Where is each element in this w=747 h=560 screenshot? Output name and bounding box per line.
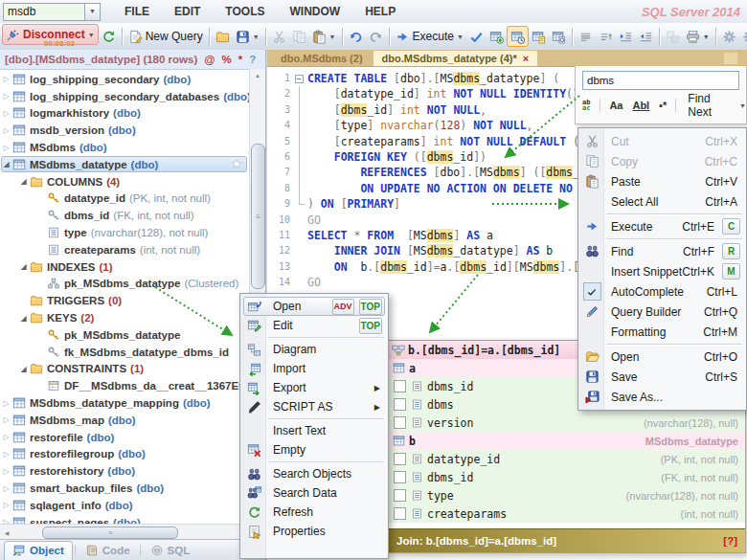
tree-item-dbms-id[interactable]: dbms_id(FK, int, not null): [0, 207, 251, 224]
editor-menu-item-copy[interactable]: CopyCtrl+C: [579, 151, 745, 171]
tree-item-msdbms-datatype-mapping[interactable]: ▷MSdbms_datatype_mapping(dbo): [0, 394, 251, 412]
join-row-dbms-id[interactable]: dbms_id(FK, int, not null): [389, 468, 745, 486]
join-row-datatype-id[interactable]: datatype_id(PK, int, not null): [389, 450, 745, 468]
toolbar-button-listlines[interactable]: [576, 27, 596, 46]
menu-file[interactable]: FILE: [112, 0, 162, 23]
editor-menu-item-execute[interactable]: ExecuteCtrl+EC: [579, 216, 745, 236]
expander-icon[interactable]: ▷: [0, 399, 12, 408]
tree-item-log-shipping-secondary[interactable]: ▷log_shipping_secondary(dbo): [0, 71, 251, 88]
toolbar-button-gear[interactable]: [719, 27, 739, 46]
tree-item-restorefile[interactable]: ▷restorefile(dbo): [0, 429, 251, 446]
panel-tab-code[interactable]: Code: [78, 543, 138, 558]
menu-window[interactable]: WINDOW: [277, 0, 352, 23]
expander-icon[interactable]: ▷: [0, 144, 12, 152]
toolbar-button-paste[interactable]: ▼: [309, 27, 339, 46]
toolbar-button-merge[interactable]: [663, 27, 683, 46]
database-selector[interactable]: msdb ▼: [3, 3, 101, 21]
expander-icon[interactable]: ▷: [0, 484, 12, 493]
toolbar-button-gear[interactable]: [739, 27, 747, 46]
scroll-left-icon[interactable]: ◀: [0, 529, 13, 536]
checkbox[interactable]: [394, 398, 406, 411]
toolbar-button-gridclock[interactable]: [507, 26, 529, 47]
tree-item-datatype-id[interactable]: datatype_id(PK, int, not null): [0, 190, 251, 208]
tree-item-createparams[interactable]: createparams(int, not null): [0, 241, 251, 258]
incremental-search-icon[interactable]: ab ac: [582, 100, 590, 111]
checkbox[interactable]: [394, 380, 406, 392]
expander-icon[interactable]: ▷: [0, 450, 12, 459]
expander-icon[interactable]: ▷: [0, 109, 12, 118]
toolbar-button-save[interactable]: ▼: [233, 27, 262, 46]
regex-button[interactable]: ▪*: [659, 100, 667, 111]
close-icon[interactable]: ×: [523, 51, 529, 66]
tree-item-restorehistory[interactable]: ▷restorehistory(dbo): [0, 462, 251, 480]
menu-edit[interactable]: EDIT: [162, 0, 213, 23]
editor-menu-item-autocomplete[interactable]: AutoCompleteCtrl+L: [579, 281, 745, 302]
tree-item-smart-backup-files[interactable]: ▷smart_backup_files(dbo): [0, 480, 251, 497]
header-symbol-3[interactable]: ?: [249, 54, 256, 65]
join-row-version[interactable]: version(nvarchar(128), null): [389, 414, 745, 432]
editor-menu-item-query-builder[interactable]: Query BuilderCtrl+Q: [579, 302, 745, 322]
editor-tab-dbo-msdbms-datatype-4[interactable]: dbo.MSdbms_datatype (4)*×: [374, 51, 538, 66]
join-row-createparams[interactable]: createparams(int, not null): [389, 504, 745, 523]
toolbar-button-redo[interactable]: [366, 27, 386, 46]
editor-menu-item-find[interactable]: FindCtrl+FR: [579, 241, 745, 261]
checkbox[interactable]: [394, 489, 406, 502]
editor-menu-item-cut[interactable]: CutCtrl+X: [579, 131, 745, 151]
chevron-down-icon[interactable]: ▼: [457, 34, 464, 40]
toolbar-button-listup[interactable]: [596, 27, 616, 46]
toolbar-button-execute[interactable]: Execute▼: [393, 27, 466, 46]
search-input[interactable]: dbms: [582, 71, 739, 90]
editor-menu-item-save-as[interactable]: Save As...: [579, 387, 745, 407]
expander-icon[interactable]: ▷: [0, 92, 12, 101]
chevron-down-icon[interactable]: ▼: [88, 32, 95, 38]
match-case-button[interactable]: Aa: [609, 100, 622, 111]
scroll-up-icon[interactable]: ▲: [250, 69, 265, 82]
scrollbar-thumb[interactable]: ≡: [251, 144, 265, 289]
tree-item-indexes[interactable]: ◢INDEXES(1): [0, 258, 251, 276]
tree-item-msdbms-map[interactable]: ▷MSdbms_map(dbo): [0, 412, 251, 429]
checkbox[interactable]: [394, 507, 406, 520]
tree-item-pk-msdbms-datatype[interactable]: pk_MSdbms_datatype(Clustered): [0, 276, 251, 293]
toolbar-button-gridpage[interactable]: [529, 27, 549, 46]
tree-item-msdbms[interactable]: ▷MSdbms(dbo): [0, 139, 251, 156]
object-menu-item-search-objects[interactable]: Search Objects: [241, 464, 387, 483]
scrollbar-thumb[interactable]: ≡: [42, 526, 178, 539]
toolbar-button-refresh2[interactable]: [99, 27, 119, 46]
tree-item-logmarkhistory[interactable]: ▷logmarkhistory(dbo): [0, 105, 251, 123]
toolbar-button-gridpage2[interactable]: [549, 27, 569, 46]
object-menu-item-edit[interactable]: EditTOP: [241, 316, 387, 335]
checkbox[interactable]: [394, 416, 406, 429]
toolbar-button-outdent[interactable]: [636, 27, 656, 46]
toolbar-button-folder[interactable]: [213, 27, 233, 46]
object-menu-item-refresh[interactable]: Refresh: [241, 503, 387, 522]
chevron-down-icon[interactable]: ▼: [329, 34, 336, 40]
toolbar-button-indent[interactable]: [616, 27, 636, 46]
menu-tools[interactable]: TOOLS: [213, 0, 277, 23]
toolbar-button-gridplus[interactable]: [487, 27, 507, 46]
tree-item-log-shipping-secondary-databases[interactable]: ▷log_shipping_secondary_databases(dbo): [0, 88, 251, 105]
expander-icon[interactable]: ◢: [0, 160, 12, 168]
tree-horizontal-scrollbar[interactable]: ◀ ≡ ▶: [0, 524, 251, 540]
editor-menu-item-paste[interactable]: PasteCtrl+V: [579, 171, 745, 191]
favorite-star-icon[interactable]: [231, 158, 242, 169]
tree-item-pk-msdbms-datatype[interactable]: pk_MSdbms_datatype: [0, 326, 251, 344]
expander-icon[interactable]: ◢: [17, 365, 30, 373]
toolbar-button-printer[interactable]: ▼: [683, 27, 713, 46]
expander-icon[interactable]: ▷: [0, 126, 12, 135]
tree-item-msdb-version[interactable]: ▷msdb_version(dbo): [0, 122, 251, 139]
tree-item-triggers[interactable]: TRIGGERS(0): [0, 292, 251, 309]
fold-collapse-icon[interactable]: −: [293, 71, 305, 86]
checkbox[interactable]: [394, 471, 406, 483]
expander-icon[interactable]: ▷: [0, 501, 12, 509]
toolbar-button-new-query[interactable]: New Query: [125, 27, 206, 46]
header-symbol-2[interactable]: *: [238, 54, 242, 65]
help-badge[interactable]: [?]: [723, 535, 737, 547]
tree-item-type[interactable]: type(nvarchar(128), not null): [0, 224, 251, 241]
object-menu-item-diagram[interactable]: Diagram: [241, 340, 387, 359]
expander-icon[interactable]: ◢: [17, 177, 30, 186]
header-symbol-0[interactable]: @: [204, 54, 215, 65]
editor-menu-item-formatting[interactable]: FormattingCtrl+M: [579, 322, 745, 342]
tree-item-restorefilegroup[interactable]: ▷restorefilegroup(dbo): [0, 446, 251, 463]
menu-help[interactable]: HELP: [352, 0, 408, 23]
join-row-b[interactable]: bMSdbms_datatype: [389, 432, 745, 450]
